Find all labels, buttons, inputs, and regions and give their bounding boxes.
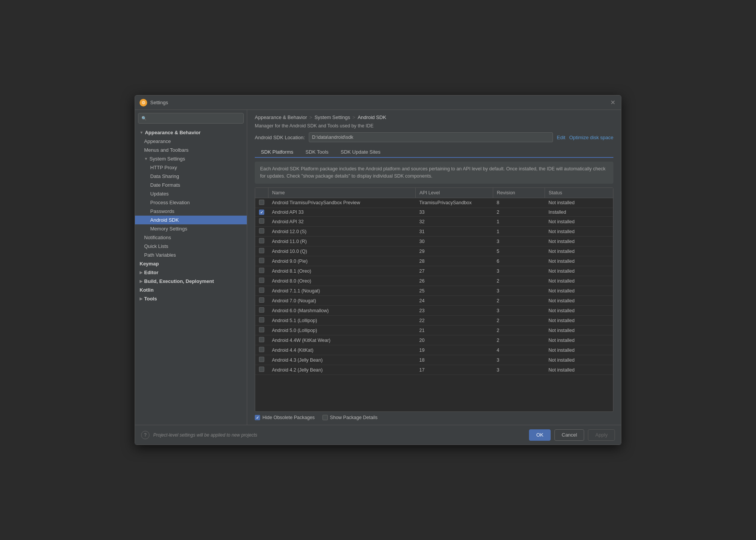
- row-checkbox-cell[interactable]: [255, 246, 268, 256]
- sidebar-item-memory-settings[interactable]: Memory Settings: [135, 224, 247, 233]
- show-details-checkbox[interactable]: [322, 415, 328, 420]
- row-checkbox-cell[interactable]: [255, 316, 268, 326]
- table-row: Android 7.1.1 (Nougat) 25 3 Not installe…: [255, 286, 613, 296]
- row-checkbox[interactable]: [259, 297, 264, 303]
- sidebar-item-path-variables[interactable]: Path Variables: [135, 251, 247, 259]
- nav-tree: ▼ Appearance & Behavior Appearance Menus…: [135, 127, 247, 425]
- sidebar-item-build-execution[interactable]: ▶ Build, Execution, Deployment: [135, 277, 247, 286]
- row-status: Not installed: [545, 296, 613, 306]
- row-checkbox-cell[interactable]: [255, 256, 268, 266]
- help-button[interactable]: ?: [141, 431, 149, 439]
- sidebar-item-menus-toolbars[interactable]: Menus and Toolbars: [135, 146, 247, 154]
- hide-obsolete-checkbox[interactable]: [255, 415, 260, 420]
- row-checkbox[interactable]: [259, 218, 264, 224]
- row-checkbox-cell[interactable]: [255, 296, 268, 306]
- row-name: Android 4.4 (KitKat): [268, 345, 416, 355]
- breadcrumb-current: Android SDK: [357, 114, 386, 120]
- breadcrumb-appearance[interactable]: Appearance & Behavior: [255, 114, 307, 120]
- row-checkbox[interactable]: [259, 268, 264, 273]
- sidebar-item-data-sharing[interactable]: Data Sharing: [135, 172, 247, 181]
- row-checkbox-cell[interactable]: [255, 198, 268, 208]
- edit-button[interactable]: Edit: [557, 135, 565, 140]
- search-icon: 🔍: [141, 116, 147, 121]
- row-checkbox[interactable]: [259, 228, 264, 233]
- table-row: Android 5.1 (Lollipop) 22 2 Not installe…: [255, 316, 613, 326]
- row-checkbox[interactable]: [259, 278, 264, 283]
- sdk-location-input[interactable]: [309, 132, 553, 142]
- sidebar-item-date-formats[interactable]: Date Formats: [135, 181, 247, 189]
- sidebar-item-system-settings[interactable]: ▼ System Settings: [135, 154, 247, 163]
- row-checkbox-cell[interactable]: [255, 355, 268, 365]
- sidebar-item-process-elevation[interactable]: Process Elevation: [135, 198, 247, 207]
- row-checkbox-cell[interactable]: [255, 306, 268, 316]
- row-checkbox-cell[interactable]: [255, 365, 268, 375]
- tab-sdk-update-sites[interactable]: SDK Update Sites: [335, 147, 387, 158]
- expand-arrow-editor: ▶: [140, 270, 143, 275]
- row-name: Android 4.4W (KitKat Wear): [268, 335, 416, 345]
- row-checkbox-cell[interactable]: [255, 286, 268, 296]
- tab-sdk-platforms[interactable]: SDK Platforms: [255, 147, 299, 158]
- ok-button[interactable]: OK: [529, 429, 551, 441]
- row-api: 29: [416, 246, 493, 256]
- row-checkbox-cell[interactable]: [255, 326, 268, 335]
- sdk-table: Name API Level Revision Status Android T…: [255, 188, 613, 375]
- row-checkbox-cell[interactable]: [255, 335, 268, 345]
- sidebar-item-http-proxy[interactable]: HTTP Proxy: [135, 163, 247, 172]
- settings-dialog: ⚙ Settings ✕ 🔍 ▼ Appearance & Behavior A…: [135, 95, 621, 445]
- row-checkbox-cell[interactable]: [255, 276, 268, 286]
- row-revision: 3: [493, 306, 545, 316]
- row-checkbox-cell[interactable]: [255, 227, 268, 237]
- row-checkbox[interactable]: [259, 357, 264, 362]
- row-api: 28: [416, 256, 493, 266]
- sdk-location-buttons: Edit Optimize disk space: [557, 135, 613, 140]
- section-description: Manager for the Android SDK and Tools us…: [255, 123, 613, 129]
- sidebar-item-keymap[interactable]: Keymap: [135, 259, 247, 268]
- row-checkbox[interactable]: [259, 287, 264, 293]
- row-checkbox-cell[interactable]: [255, 208, 268, 217]
- row-checkbox[interactable]: [259, 238, 264, 243]
- table-row: Android API 32 32 1 Not installed: [255, 217, 613, 227]
- sidebar-item-updates[interactable]: Updates: [135, 189, 247, 198]
- row-checkbox[interactable]: [259, 317, 264, 322]
- show-details-label[interactable]: Show Package Details: [322, 415, 378, 420]
- row-revision: 3: [493, 266, 545, 276]
- tab-sdk-tools[interactable]: SDK Tools: [299, 147, 334, 158]
- close-button[interactable]: ✕: [609, 99, 616, 106]
- sidebar-item-editor[interactable]: ▶ Editor: [135, 268, 247, 277]
- row-checkbox-cell[interactable]: [255, 217, 268, 227]
- sidebar-item-appearance[interactable]: Appearance: [135, 137, 247, 146]
- row-checkbox[interactable]: [259, 210, 264, 215]
- row-revision: 5: [493, 246, 545, 256]
- table-row: Android 8.0 (Oreo) 26 2 Not installed: [255, 276, 613, 286]
- hide-obsolete-label[interactable]: Hide Obsolete Packages: [255, 415, 315, 420]
- row-checkbox[interactable]: [259, 337, 264, 342]
- row-checkbox[interactable]: [259, 258, 264, 263]
- row-name: Android API 33: [268, 208, 416, 217]
- row-checkbox[interactable]: [259, 200, 264, 205]
- row-checkbox[interactable]: [259, 248, 264, 253]
- row-checkbox-cell[interactable]: [255, 237, 268, 246]
- row-checkbox[interactable]: [259, 327, 264, 332]
- cancel-button[interactable]: Cancel: [554, 429, 584, 441]
- row-checkbox-cell[interactable]: [255, 345, 268, 355]
- sidebar-item-android-sdk[interactable]: Android SDK: [135, 216, 247, 224]
- sidebar-item-passwords[interactable]: Passwords: [135, 207, 247, 216]
- expand-arrow-build: ▶: [140, 279, 143, 283]
- row-api: 17: [416, 365, 493, 375]
- sidebar-item-notifications[interactable]: Notifications: [135, 233, 247, 242]
- sidebar-item-kotlin[interactable]: Kotlin: [135, 286, 247, 294]
- expand-arrow-tools: ▶: [140, 297, 143, 301]
- table-row: Android 11.0 (R) 30 3 Not installed: [255, 237, 613, 246]
- row-checkbox-cell[interactable]: [255, 266, 268, 276]
- sidebar-item-tools[interactable]: ▶ Tools: [135, 294, 247, 303]
- row-checkbox[interactable]: [259, 307, 264, 313]
- sidebar-item-quick-lists[interactable]: Quick Lists: [135, 242, 247, 251]
- breadcrumb-system[interactable]: System Settings: [314, 114, 350, 120]
- sidebar-item-appearance-behavior[interactable]: ▼ Appearance & Behavior: [135, 128, 247, 137]
- row-checkbox[interactable]: [259, 367, 264, 372]
- row-checkbox[interactable]: [259, 347, 264, 352]
- apply-button[interactable]: Apply: [588, 429, 615, 441]
- search-box[interactable]: 🔍: [138, 113, 244, 124]
- optimize-disk-button[interactable]: Optimize disk space: [569, 135, 613, 140]
- row-revision: 8: [493, 198, 545, 208]
